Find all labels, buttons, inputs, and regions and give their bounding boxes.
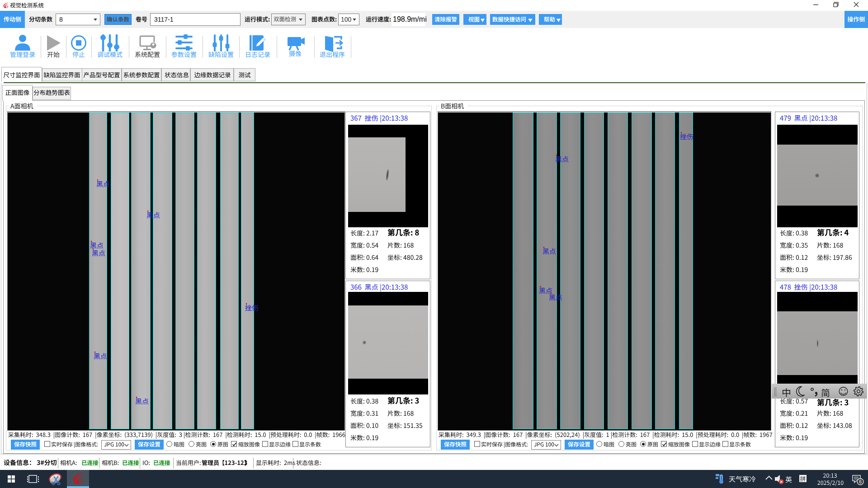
svg-text:6: 6: [859, 479, 862, 484]
